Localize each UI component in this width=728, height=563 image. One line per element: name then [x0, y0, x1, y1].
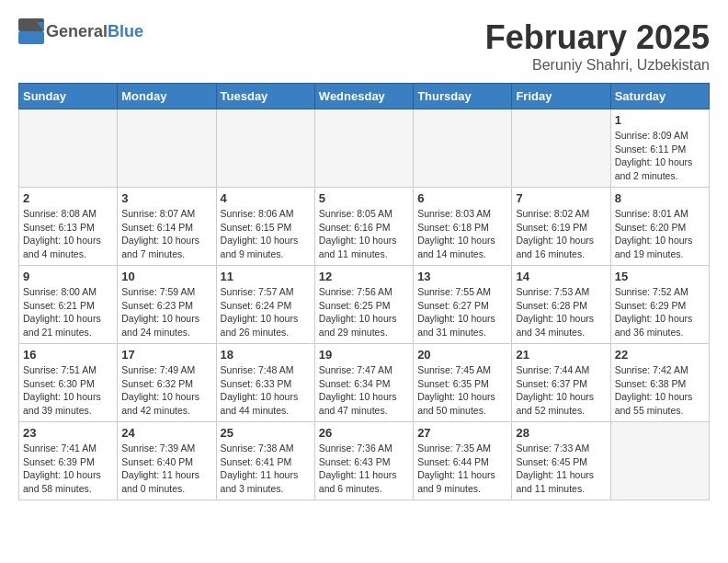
day-cell: 23Sunrise: 7:41 AM Sunset: 6:39 PM Dayli… — [19, 422, 118, 500]
day-number: 20 — [417, 348, 507, 362]
day-info: Sunrise: 7:49 AM Sunset: 6:32 PM Dayligh… — [121, 363, 211, 418]
day-number: 18 — [221, 348, 311, 362]
day-number: 10 — [121, 270, 211, 283]
day-info: Sunrise: 8:08 AM Sunset: 6:13 PM Dayligh… — [23, 207, 113, 261]
logo-blue: Blue — [108, 22, 143, 40]
day-cell: 18Sunrise: 7:48 AM Sunset: 6:33 PM Dayli… — [216, 344, 314, 422]
day-info: Sunrise: 7:52 AM Sunset: 6:29 PM Dayligh… — [615, 285, 705, 339]
day-cell: 17Sunrise: 7:49 AM Sunset: 6:32 PM Dayli… — [118, 344, 216, 422]
day-number: 27 — [417, 426, 507, 440]
logo-icon — [18, 18, 44, 44]
day-info: Sunrise: 7:42 AM Sunset: 6:38 PM Dayligh… — [615, 363, 705, 418]
day-info: Sunrise: 8:03 AM Sunset: 6:18 PM Dayligh… — [417, 207, 507, 261]
weekday-header-saturday: Saturday — [610, 84, 709, 109]
day-cell: 6Sunrise: 8:03 AM Sunset: 6:18 PM Daylig… — [414, 188, 512, 266]
day-info: Sunrise: 8:01 AM Sunset: 6:20 PM Dayligh… — [615, 207, 705, 261]
day-number: 23 — [23, 426, 113, 440]
day-info: Sunrise: 7:33 AM Sunset: 6:45 PM Dayligh… — [516, 442, 606, 496]
day-number: 17 — [121, 348, 211, 362]
day-cell: 26Sunrise: 7:36 AM Sunset: 6:43 PM Dayli… — [314, 422, 413, 500]
weekday-header-monday: Monday — [118, 84, 216, 109]
week-row-4: 16Sunrise: 7:51 AM Sunset: 6:30 PM Dayli… — [19, 344, 710, 422]
day-cell: 16Sunrise: 7:51 AM Sunset: 6:30 PM Dayli… — [19, 344, 118, 422]
week-row-2: 2Sunrise: 8:08 AM Sunset: 6:13 PM Daylig… — [19, 188, 710, 266]
day-info: Sunrise: 7:44 AM Sunset: 6:37 PM Dayligh… — [516, 363, 606, 418]
day-info: Sunrise: 8:07 AM Sunset: 6:14 PM Dayligh… — [121, 207, 211, 261]
weekday-header-thursday: Thursday — [414, 84, 512, 109]
day-info: Sunrise: 8:09 AM Sunset: 6:11 PM Dayligh… — [615, 129, 705, 183]
day-number: 25 — [221, 426, 311, 440]
day-info: Sunrise: 7:47 AM Sunset: 6:34 PM Dayligh… — [319, 363, 409, 418]
month-title: February 2025 — [485, 18, 710, 57]
day-cell: 3Sunrise: 8:07 AM Sunset: 6:14 PM Daylig… — [118, 188, 216, 266]
weekday-header-sunday: Sunday — [19, 84, 118, 109]
day-info: Sunrise: 7:41 AM Sunset: 6:39 PM Dayligh… — [23, 442, 113, 496]
day-cell: 24Sunrise: 7:39 AM Sunset: 6:40 PM Dayli… — [118, 422, 216, 500]
day-info: Sunrise: 7:45 AM Sunset: 6:35 PM Dayligh… — [417, 363, 507, 418]
day-info: Sunrise: 8:06 AM Sunset: 6:15 PM Dayligh… — [221, 207, 311, 261]
day-number: 4 — [221, 191, 311, 205]
day-number: 22 — [615, 348, 705, 362]
week-row-1: 1Sunrise: 8:09 AM Sunset: 6:11 PM Daylig… — [19, 109, 710, 188]
day-cell: 14Sunrise: 7:53 AM Sunset: 6:28 PM Dayli… — [512, 266, 610, 344]
calendar-table: SundayMondayTuesdayWednesdayThursdayFrid… — [18, 83, 710, 500]
day-cell — [414, 109, 512, 188]
svg-rect-1 — [18, 31, 44, 44]
day-cell: 12Sunrise: 7:56 AM Sunset: 6:25 PM Dayli… — [314, 266, 413, 344]
day-cell: 11Sunrise: 7:57 AM Sunset: 6:24 PM Dayli… — [216, 266, 314, 344]
day-cell: 9Sunrise: 8:00 AM Sunset: 6:21 PM Daylig… — [19, 266, 118, 344]
day-number: 13 — [417, 270, 507, 283]
logo: GeneralBlue — [18, 18, 143, 44]
weekday-header-friday: Friday — [512, 84, 610, 109]
day-number: 7 — [516, 191, 606, 205]
location-title: Beruniy Shahri, Uzbekistan — [485, 57, 710, 74]
day-info: Sunrise: 7:59 AM Sunset: 6:23 PM Dayligh… — [121, 285, 211, 339]
weekday-header-row: SundayMondayTuesdayWednesdayThursdayFrid… — [19, 84, 710, 109]
day-cell: 20Sunrise: 7:45 AM Sunset: 6:35 PM Dayli… — [414, 344, 512, 422]
day-number: 24 — [121, 426, 211, 440]
day-info: Sunrise: 7:48 AM Sunset: 6:33 PM Dayligh… — [221, 363, 311, 418]
day-number: 19 — [319, 348, 409, 362]
day-number: 5 — [319, 191, 409, 205]
day-cell — [19, 109, 118, 188]
weekday-header-tuesday: Tuesday — [216, 84, 314, 109]
day-number: 16 — [23, 348, 113, 362]
day-number: 9 — [23, 270, 113, 283]
header: GeneralBlue February 2025 Beruniy Shahri… — [18, 18, 710, 74]
day-info: Sunrise: 7:53 AM Sunset: 6:28 PM Dayligh… — [516, 285, 606, 339]
day-info: Sunrise: 7:57 AM Sunset: 6:24 PM Dayligh… — [221, 285, 311, 339]
day-cell: 5Sunrise: 8:05 AM Sunset: 6:16 PM Daylig… — [314, 188, 413, 266]
day-number: 1 — [615, 113, 705, 127]
day-info: Sunrise: 7:38 AM Sunset: 6:41 PM Dayligh… — [221, 442, 311, 496]
week-row-5: 23Sunrise: 7:41 AM Sunset: 6:39 PM Dayli… — [19, 422, 710, 500]
week-row-3: 9Sunrise: 8:00 AM Sunset: 6:21 PM Daylig… — [19, 266, 710, 344]
logo-general: General — [46, 22, 108, 40]
day-number: 2 — [23, 191, 113, 205]
day-cell — [512, 109, 610, 188]
day-number: 6 — [417, 191, 507, 205]
day-number: 21 — [516, 348, 606, 362]
day-info: Sunrise: 7:55 AM Sunset: 6:27 PM Dayligh… — [417, 285, 507, 339]
day-number: 3 — [121, 191, 211, 205]
day-info: Sunrise: 8:02 AM Sunset: 6:19 PM Dayligh… — [516, 207, 606, 261]
day-number: 26 — [319, 426, 409, 440]
day-cell: 4Sunrise: 8:06 AM Sunset: 6:15 PM Daylig… — [216, 188, 314, 266]
day-info: Sunrise: 8:00 AM Sunset: 6:21 PM Dayligh… — [23, 285, 113, 339]
day-number: 11 — [221, 270, 311, 283]
day-cell: 2Sunrise: 8:08 AM Sunset: 6:13 PM Daylig… — [19, 188, 118, 266]
day-cell: 28Sunrise: 7:33 AM Sunset: 6:45 PM Dayli… — [512, 422, 610, 500]
day-cell: 27Sunrise: 7:35 AM Sunset: 6:44 PM Dayli… — [414, 422, 512, 500]
day-number: 28 — [516, 426, 606, 440]
day-cell — [216, 109, 314, 188]
weekday-header-wednesday: Wednesday — [314, 84, 413, 109]
day-number: 8 — [615, 191, 705, 205]
day-info: Sunrise: 7:36 AM Sunset: 6:43 PM Dayligh… — [319, 442, 409, 496]
title-area: February 2025 Beruniy Shahri, Uzbekistan — [485, 18, 710, 74]
day-cell: 7Sunrise: 8:02 AM Sunset: 6:19 PM Daylig… — [512, 188, 610, 266]
day-info: Sunrise: 7:56 AM Sunset: 6:25 PM Dayligh… — [319, 285, 409, 339]
day-cell: 10Sunrise: 7:59 AM Sunset: 6:23 PM Dayli… — [118, 266, 216, 344]
day-cell — [118, 109, 216, 188]
day-cell — [610, 422, 709, 500]
day-number: 15 — [615, 270, 705, 283]
day-cell: 15Sunrise: 7:52 AM Sunset: 6:29 PM Dayli… — [610, 266, 709, 344]
